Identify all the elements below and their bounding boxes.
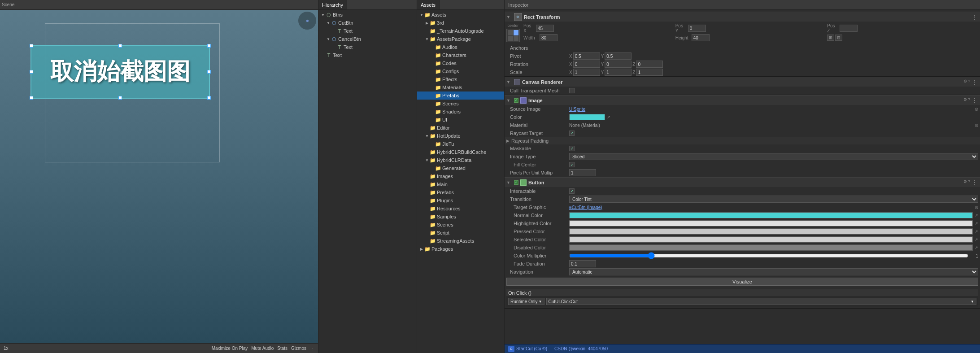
- pivot-x-input[interactable]: [573, 52, 600, 60]
- pos-z-input[interactable]: [840, 25, 858, 32]
- asset-item-hybridclrdata[interactable]: ▼ 📁 HybridCLRData: [417, 156, 504, 164]
- assets-tree[interactable]: ▼ 📁 Assets ▶ 📁 3rd ▶ 📁 _TerrainAutoUpgra…: [417, 10, 504, 353]
- hierarchy-item-cancelbtn[interactable]: ▼ ⬡ CancelBtn: [318, 35, 417, 43]
- rot-z-input[interactable]: [636, 61, 663, 68]
- more-btn[interactable]: ⋮: [310, 346, 314, 351]
- asset-item-materials[interactable]: ▶ 📁 Materials: [417, 83, 504, 92]
- scene-button[interactable]: 取消始截图图 ✛: [30, 45, 210, 99]
- asset-item-samples[interactable]: ▶ 📁 Samples: [417, 213, 504, 221]
- raycast-padding-foldout[interactable]: ▶ Raycast Padding: [505, 137, 980, 144]
- width-input[interactable]: [540, 34, 558, 41]
- asset-item-hotupdate[interactable]: ▼ 📁 HotUpdate: [417, 132, 504, 140]
- hierarchy-item-text1[interactable]: ▶ T Text: [318, 27, 417, 35]
- stats-btn[interactable]: Stats: [277, 346, 287, 351]
- asset-item-configs[interactable]: ▶ 📁 Configs: [417, 67, 504, 75]
- handle-ml[interactable]: [30, 70, 33, 74]
- handle-tr[interactable]: [207, 44, 211, 48]
- hierarchy-item-text2[interactable]: ▶ T Text: [318, 43, 417, 51]
- asset-item-resources[interactable]: ▶ 📁 Resources: [417, 205, 504, 213]
- material-pick-btn[interactable]: ⊙: [975, 123, 978, 128]
- image-enabled[interactable]: ✓: [514, 98, 518, 103]
- source-image-value[interactable]: UISprite: [569, 107, 585, 112]
- asset-item-ui[interactable]: ▶ 📁 UI: [417, 116, 504, 124]
- cull-checkbox[interactable]: [569, 88, 575, 93]
- navigation-select[interactable]: Automatic None Horizontal Vertical Expli…: [569, 268, 978, 275]
- height-input[interactable]: [692, 34, 710, 41]
- handle-tl[interactable]: [30, 44, 33, 48]
- color-multiplier-slider[interactable]: [569, 253, 968, 258]
- button-menu-btn[interactable]: ⋮: [971, 179, 978, 186]
- asset-item-main[interactable]: ▶ 📁 Main: [417, 180, 504, 188]
- rt-settings-btn[interactable]: ⋮: [971, 14, 978, 20]
- highlighted-color-pick[interactable]: ↗: [975, 221, 978, 226]
- hierarchy-item-text-root[interactable]: ▶ T Text: [318, 51, 417, 59]
- scene-view[interactable]: 取消始截图图 ✛ ⊕: [0, 10, 318, 343]
- asset-item-effects[interactable]: ▶ 📁 Effects: [417, 75, 504, 83]
- pos-x-input[interactable]: [536, 25, 554, 32]
- handle-bc[interactable]: [118, 96, 122, 100]
- maximize-on-play-btn[interactable]: Maximize On Play: [212, 346, 248, 351]
- tab-hierarchy[interactable]: Hierarchy: [318, 0, 347, 9]
- cr-menu-btn[interactable]: ⋮: [971, 79, 978, 85]
- asset-item-hybridclr[interactable]: ▶ 📁 HybridCLRBuildCache: [417, 148, 504, 156]
- scale-y-input[interactable]: [605, 69, 632, 76]
- asset-item-codes[interactable]: ▶ 📁 Codes: [417, 59, 504, 67]
- transition-select[interactable]: Color Tint Sprite Swap Animation None: [569, 196, 978, 203]
- pos-y-input[interactable]: [688, 25, 706, 32]
- asset-item-audios[interactable]: ▶ 📁 Audios: [417, 43, 504, 51]
- handle-bl[interactable]: [30, 96, 33, 100]
- asset-item-plugins[interactable]: ▶ 📁 Plugins: [417, 196, 504, 205]
- visualize-btn[interactable]: Visualize: [506, 278, 978, 286]
- interactable-checkbox[interactable]: ✓: [569, 188, 575, 194]
- tg-pick-btn[interactable]: ⊙: [975, 205, 978, 210]
- asset-item-terrain[interactable]: ▶ 📁 _TerrainAutoUpgrade: [417, 27, 504, 35]
- image-color-swatch[interactable]: [569, 114, 605, 120]
- hierarchy-tree[interactable]: ▼ ⬡ Btns ▼ ⬡ CutBtn ▶ T Text ▼ ⬡ CancelB…: [318, 10, 417, 353]
- asset-item-streaming[interactable]: ▶ 📁 StreamingAssets: [417, 237, 504, 245]
- asset-item-prefabs2[interactable]: ▶ 📁 Prefabs: [417, 188, 504, 196]
- handle-tc[interactable]: [118, 44, 122, 48]
- expand-btn[interactable]: ⊞: [827, 35, 834, 41]
- asset-item-shaders[interactable]: ▶ 📁 Shaders: [417, 108, 504, 116]
- maskable-checkbox[interactable]: ✓: [569, 146, 575, 151]
- asset-item-assetspkg[interactable]: ▼ 📁 AssetsPackage: [417, 35, 504, 43]
- raycast-target-checkbox[interactable]: ✓: [569, 131, 575, 136]
- tab-assets[interactable]: Assets: [417, 0, 440, 9]
- hierarchy-item-btns[interactable]: ▼ ⬡ Btns: [318, 11, 417, 19]
- expand-btn2[interactable]: ⊟: [835, 35, 842, 41]
- handle-mr[interactable]: [207, 70, 211, 74]
- asset-item-scenes2[interactable]: ▶ 📁 Scenes: [417, 221, 504, 229]
- ppu-input[interactable]: [569, 169, 596, 176]
- asset-item-jietu[interactable]: ▶ 📁 JieTu: [417, 140, 504, 148]
- disabled-color-pick[interactable]: ↗: [975, 245, 978, 250]
- normal-color-pick[interactable]: ↗: [975, 213, 978, 218]
- selected-color-swatch[interactable]: [569, 236, 973, 243]
- mute-audio-btn[interactable]: Mute Audio: [251, 346, 274, 351]
- button-enabled[interactable]: ✓: [514, 180, 518, 185]
- target-graphic-value[interactable]: ≡CutBtn (Image): [569, 205, 602, 210]
- gizmos-btn[interactable]: Gizmos: [291, 346, 306, 351]
- image-type-select[interactable]: Sliced Simple Tiled Filled: [569, 153, 978, 160]
- normal-color-swatch[interactable]: [569, 212, 973, 218]
- rot-y-input[interactable]: [605, 61, 632, 68]
- scale-x-input[interactable]: [573, 69, 600, 76]
- hierarchy-item-cutbtn[interactable]: ▼ ⬡ CutBtn: [318, 19, 417, 27]
- handle-br[interactable]: [207, 96, 211, 100]
- asset-item-packages[interactable]: ▶ 📁 Packages: [417, 245, 504, 253]
- fill-center-checkbox[interactable]: ✓: [569, 162, 575, 167]
- asset-item-3rd[interactable]: ▶ 📁 3rd: [417, 19, 504, 27]
- disabled-color-swatch[interactable]: [569, 244, 973, 251]
- asset-item-generated[interactable]: ▶ 📁 Generated: [417, 164, 504, 172]
- highlighted-color-swatch[interactable]: [569, 220, 973, 227]
- asset-item-assets[interactable]: ▼ 📁 Assets: [417, 11, 504, 19]
- function-dropdown[interactable]: CutUI.ClickCut ▼: [546, 298, 977, 305]
- scale-z-input[interactable]: [636, 69, 663, 76]
- asset-item-editor[interactable]: ▶ 📁 Editor: [417, 124, 504, 132]
- rot-x-input[interactable]: [573, 61, 600, 68]
- asset-item-prefabs-selected[interactable]: ▶ 📁 Prefabs: [417, 92, 504, 100]
- asset-item-images[interactable]: ▶ 📁 Images: [417, 172, 504, 180]
- runtime-only-dropdown[interactable]: Runtime Only ▼: [508, 298, 544, 305]
- pressed-color-swatch[interactable]: [569, 228, 973, 235]
- pressed-color-pick[interactable]: ↗: [975, 229, 978, 234]
- image-menu-btn[interactable]: ⋮: [971, 97, 978, 104]
